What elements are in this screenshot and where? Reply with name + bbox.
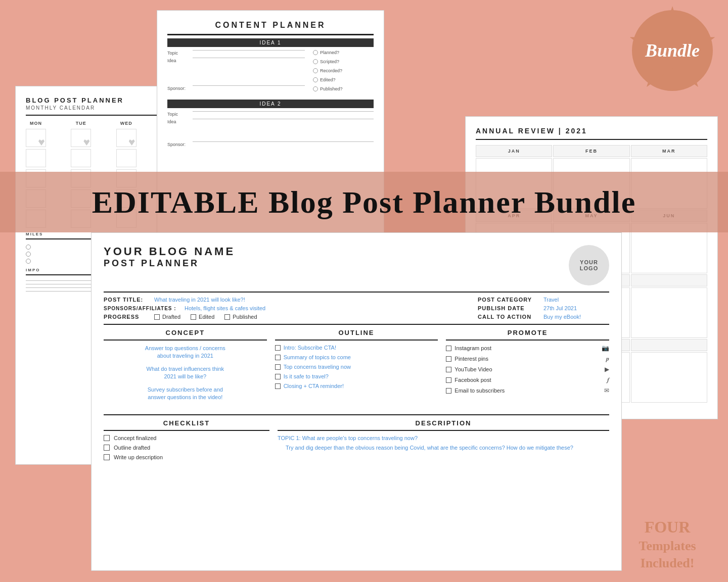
- four-templates-badge: FOUR Templates Included!: [622, 517, 713, 572]
- idea1-bar: IDEA 1: [167, 38, 374, 47]
- sponsor-field-1: Sponsor:: [167, 85, 305, 91]
- outline-title: OUTLINE: [275, 329, 438, 336]
- outline-cb-4: [275, 374, 281, 379]
- outline-item-3: Top concerns traveling now: [275, 364, 438, 370]
- post-title-value: What traveling in 2021 will look like?!: [154, 297, 245, 303]
- checklist-title: CHECKLIST: [104, 419, 269, 427]
- idea-label: Idea: [167, 58, 193, 63]
- pp-header: YOUR BLOG NAME POST PLANNER YOURLOGO: [104, 245, 609, 285]
- planned-check: Planned?: [313, 50, 374, 55]
- description-title: DESCRIPTION: [278, 419, 609, 427]
- outline-col: OUTLINE Intro: Subscribe CTA! Summary of…: [275, 329, 438, 406]
- outline-cb-5: [275, 383, 281, 389]
- topic-line: [193, 50, 305, 51]
- month-cell-blank-2: [631, 287, 707, 338]
- check-text-2: Outline drafted: [114, 445, 150, 451]
- checklist-item-2: Outline drafted: [104, 445, 269, 451]
- outline-item-4: Is it safe to travel?: [275, 373, 438, 379]
- pp-divider-2: [104, 324, 609, 325]
- day-tue: TUE: [71, 121, 91, 126]
- promote-text-5: Email to subscribers: [454, 387, 601, 394]
- check-text-1: Concept finalized: [114, 435, 156, 441]
- four-templates-line3: Included!: [622, 555, 713, 572]
- pp-divider-3: [104, 414, 609, 415]
- category-row: POST CATEGORY Travel: [478, 297, 609, 303]
- published-checkbox: [224, 314, 230, 320]
- concept-item-3: Survey subscribers before andanswer ques…: [104, 386, 267, 402]
- category-value: Travel: [543, 297, 559, 303]
- pp-names: YOUR BLOG NAME POST PLANNER: [104, 245, 235, 269]
- four-templates-line1: FOUR: [622, 517, 713, 538]
- topic-field-2: Topic: [167, 111, 374, 117]
- sponsors-value: Hotels, flight sites & cafes visited: [185, 305, 265, 311]
- checklist-item-3: Write up description: [104, 454, 269, 460]
- cal-cell: [71, 129, 91, 147]
- concept-item-1: Answer top questions / concernsabout tra…: [104, 345, 267, 360]
- sponsors-label: SPONSORS/AFFILIATES :: [104, 306, 185, 311]
- outline-item-2: Summary of topics to come: [275, 354, 438, 360]
- bundle-badge-text: Bundle: [645, 40, 700, 61]
- drafted-checkbox: [154, 314, 160, 320]
- outline-item-5: Closing + CTA reminder!: [275, 383, 438, 389]
- sponsor-label-2: Sponsor:: [167, 141, 193, 147]
- promote-cb-5: [446, 388, 451, 394]
- facebook-icon: 𝒇: [607, 376, 609, 383]
- publish-date-label: PUBLISH DATE: [478, 305, 543, 311]
- progress-label: PROGRESS: [104, 314, 154, 320]
- four-templates-line2: Templates: [622, 538, 713, 555]
- category-label: POST CATEGORY: [478, 297, 543, 303]
- bundle-badge: Bundle: [632, 10, 713, 91]
- outline-cb-1: [275, 345, 281, 351]
- check-box-2: [104, 445, 110, 451]
- cta-label: CALL TO ACTION: [478, 314, 543, 320]
- sponsor-line: [193, 85, 305, 86]
- description-topic: TOPIC 1: What are people's top concerns …: [278, 435, 609, 441]
- promote-cb-2: [446, 356, 451, 362]
- edited-checkbox: [191, 314, 196, 320]
- promote-item-5: Email to subscribers ✉: [446, 387, 609, 394]
- progress-edited: Edited: [191, 314, 214, 320]
- cal-cell: [116, 129, 136, 147]
- progress-published: Published: [224, 314, 257, 320]
- promote-item-4: Facebook post 𝒇: [446, 376, 609, 383]
- description-bullet: Try and dig deeper than the obvious reas…: [286, 444, 609, 452]
- sponsor-label: Sponsor:: [167, 85, 193, 91]
- idea2-bar: IDEA 2: [167, 100, 374, 108]
- sponsor-line-2: [193, 141, 374, 142]
- month-mar: MAR: [631, 145, 707, 157]
- topic-line-2: [193, 111, 374, 112]
- cal-cell: [116, 149, 136, 167]
- cta-row: CALL TO ACTION Buy my eBook!: [478, 314, 609, 320]
- cp-title: CONTENT PLANNER: [167, 21, 374, 30]
- description-divider: [278, 430, 609, 431]
- month-feb: FEB: [553, 145, 629, 157]
- recorded-check: Recorded?: [313, 68, 374, 73]
- promote-divider: [446, 340, 609, 341]
- concept-item-2: What do travel influencers think2021 wil…: [104, 365, 267, 381]
- title-banner: EDITABLE Blog Post Planner Bundle: [0, 172, 728, 232]
- post-planner-label: POST PLANNER: [104, 258, 235, 269]
- day-wed: WED: [116, 121, 136, 126]
- month-blank-2: [631, 274, 707, 286]
- outline-text-5: Closing + CTA reminder!: [284, 383, 344, 389]
- outline-text-3: Top concerns traveling now: [284, 364, 351, 370]
- outline-divider: [275, 340, 438, 341]
- promote-item-1: Instagram post 📷: [446, 345, 609, 352]
- email-icon: ✉: [604, 387, 609, 394]
- description-col: DESCRIPTION TOPIC 1: What are people's t…: [278, 419, 609, 464]
- promote-item-3: YouTube Video ▶: [446, 366, 609, 373]
- topic-label-2: Topic: [167, 111, 193, 117]
- pinterest-icon: 𝒑: [606, 355, 609, 362]
- outline-text-4: Is it safe to travel?: [284, 373, 329, 379]
- outline-text-2: Summary of topics to come: [284, 354, 351, 360]
- cal-cell: [26, 149, 46, 167]
- check-box-1: [104, 435, 110, 441]
- publish-date-value: 27th Jul 2021: [543, 305, 577, 311]
- publish-date-row: PUBLISH DATE 27th Jul 2021: [478, 305, 609, 311]
- outline-cb-2: [275, 355, 281, 360]
- progress-row: PROGRESS Drafted Edited Published: [104, 314, 468, 320]
- concept-title: CONCEPT: [104, 329, 267, 336]
- sponsor-field-2: Sponsor:: [167, 141, 374, 147]
- outline-cb-3: [275, 364, 281, 370]
- cal-cell: [71, 149, 91, 167]
